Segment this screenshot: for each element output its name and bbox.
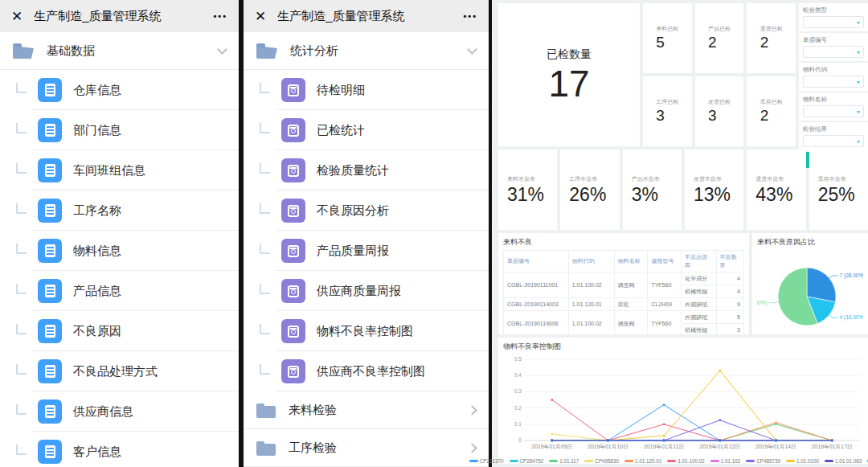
folder-open-icon [13, 43, 34, 59]
report-icon [281, 319, 305, 343]
filter-dropdown[interactable]: ▼ [803, 135, 864, 147]
chevron-down-icon [467, 44, 477, 55]
svg-text:0.5: 0.5 [514, 356, 522, 362]
rate-value: 43% [755, 185, 792, 204]
chevron-right-icon [467, 405, 477, 416]
tree-item-data[interactable]: 车间班组信息 [0, 150, 239, 190]
folder-label: 工序检验 [289, 440, 469, 456]
rate-value: 31% [507, 185, 544, 204]
x-axis-label: 2019年01月12日 [700, 444, 741, 450]
legend-item[interactable]: 1.01.100.02 [667, 458, 704, 464]
table-title: 来料不良 [503, 237, 744, 248]
filter-dropdown[interactable]: ▼ [803, 46, 864, 58]
tree-item-data[interactable]: 不良原因 [0, 311, 239, 351]
legend-item[interactable]: CP221370 [469, 458, 504, 464]
legend-item[interactable]: 1.01.117 [549, 458, 579, 464]
folder-item[interactable]: 来料检验 [244, 391, 489, 429]
dropdown-caret-icon: ▼ [856, 80, 861, 84]
tree-item-label: 客户信息 [73, 444, 121, 460]
dropdown-caret-icon: ▼ [856, 20, 861, 24]
filter-panel: 检验类型▼单据编号▼物料代码▼物料名称▼检验结果▼筛选 [799, 3, 868, 146]
rate-label: 退货不良率 [755, 175, 792, 183]
more-menu-icon[interactable]: ••• [463, 11, 477, 21]
legend-item[interactable]: CP284752 [510, 458, 544, 464]
svg-text:0.2: 0.2 [514, 405, 522, 411]
count-card: 发货已检3 [695, 76, 744, 146]
table-row[interactable]: CGBL-201901140031.01.120.01齿轮CL2H00外观缺陷9 [504, 298, 744, 311]
filter-field-label: 物料名称 [803, 96, 864, 104]
tree-item-report[interactable]: 已检统计 [244, 110, 489, 150]
folder-basic-data[interactable]: 基础数据 [0, 32, 239, 70]
tree-branch-icon [16, 123, 27, 133]
legend-item[interactable]: 1.01.102 [710, 458, 741, 464]
close-icon[interactable]: ✕ [255, 8, 266, 25]
tree-item-data[interactable]: 工序名称 [0, 190, 239, 231]
table-row[interactable]: CGBL-201901190061.01.100.02调压阀TYF560外观缺陷… [504, 311, 744, 324]
tree-item-report[interactable]: 供应商不良率控制图 [244, 351, 489, 391]
folder-statistics[interactable]: 统计分析 [244, 32, 489, 70]
filter-dropdown[interactable]: ▼ [803, 76, 864, 88]
legend-item[interactable]: 1.01.01.083 [825, 458, 862, 464]
filter-field-label: 单据编号 [803, 36, 864, 44]
count-label: 来料已检 [656, 25, 678, 33]
legend-marker-icon [624, 460, 633, 462]
pie-slice[interactable] [807, 268, 836, 302]
legend-marker-icon [710, 460, 719, 462]
folder-item[interactable]: 工序检验 [244, 429, 489, 467]
tree-item-report[interactable]: 不良原因分析 [244, 190, 489, 231]
report-icon [281, 118, 305, 142]
tree-item-label: 供应商质量周报 [317, 284, 401, 299]
legend-label: 1.01.102 [721, 458, 741, 464]
tree-item-report[interactable]: 待检明细 [244, 70, 489, 110]
app-header: ✕ 生产制造_质量管理系统 ••• [244, 0, 489, 32]
series-line [552, 405, 832, 440]
count-value: 5 [656, 35, 678, 51]
dropdown-caret-icon: ▼ [856, 109, 861, 113]
tree-item-data[interactable]: 产品信息 [0, 271, 239, 311]
tree-item-data[interactable]: 不良品处理方式 [0, 351, 239, 391]
legend-item[interactable]: 1.01.120.01 [624, 458, 661, 464]
tree-item-label: 工序名称 [73, 203, 121, 219]
tree-item-report[interactable]: 供应商质量周报 [244, 271, 489, 311]
pie-label: 14 (56.00%) [757, 300, 768, 306]
pie-title: 来料不良原因占比 [757, 237, 863, 248]
legend-item[interactable]: 1.01.0100 [786, 458, 819, 464]
rate-label: 来料不良率 [507, 175, 544, 183]
tree-item-data[interactable]: 供应商信息 [0, 391, 239, 432]
legend-item[interactable]: CP495830 [584, 458, 619, 464]
count-label: 库存已检 [760, 98, 783, 106]
pie-label: 4 (16.00%) [840, 314, 863, 321]
tree-item-report[interactable]: 物料不良率控制图 [244, 311, 489, 351]
filter-field: 单据编号▼ [799, 33, 868, 61]
rate-card: 来料不良率31% [498, 150, 557, 230]
folder-label: 统计分析 [290, 43, 469, 59]
column-header: 物料代码 [568, 251, 614, 272]
filter-field: 检验类型▼ [799, 3, 868, 31]
table-row[interactable]: CGBL-201901110011.01.100.02调压阀TYF560化学成分… [504, 272, 744, 285]
dropdown-caret-icon: ▼ [856, 50, 861, 54]
tree-item-data[interactable]: 客户信息 [0, 432, 239, 467]
x-axis-label: 2019年01月17日 [812, 444, 853, 450]
close-icon[interactable]: ✕ [11, 8, 23, 25]
chevron-right-icon [467, 443, 477, 453]
tree-branch-icon [16, 284, 27, 294]
filter-field: 检验结果▼ [799, 122, 868, 150]
filter-dropdown[interactable]: ▼ [803, 105, 864, 117]
app-header: ✕ 生产制造_质量管理系统 ••• [0, 0, 239, 32]
tree-item-data[interactable]: 部门信息 [0, 110, 239, 150]
count-card: 来料已检5 [643, 3, 692, 73]
tree-item-label: 不良原因分析 [317, 203, 389, 219]
count-value: 2 [708, 35, 731, 51]
rate-value: 26% [569, 185, 606, 204]
tree-item-data[interactable]: 物料信息 [0, 231, 239, 271]
tree-item-report[interactable]: 检验质量统计 [244, 150, 489, 190]
tree-item-data[interactable]: 仓库信息 [0, 70, 239, 110]
tree-item-label: 产品信息 [73, 284, 121, 299]
filter-dropdown[interactable]: ▼ [803, 16, 864, 28]
inspected-total-value: 17 [548, 65, 589, 102]
column-header: 单据编号 [504, 251, 569, 272]
tree-item-report[interactable]: 产品质量周报 [244, 231, 489, 271]
rate-card: 退货不良率43% [747, 150, 805, 230]
legend-item[interactable]: CP485739 [746, 458, 780, 464]
more-menu-icon[interactable]: ••• [213, 11, 227, 21]
